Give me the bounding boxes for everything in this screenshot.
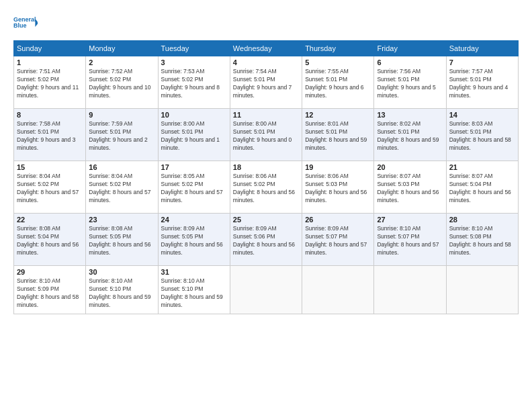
calendar-cell: 13Sunrise: 8:02 AMSunset: 5:01 PMDayligh… bbox=[374, 109, 446, 161]
day-number: 8 bbox=[17, 111, 83, 119]
day-info: Sunrise: 8:04 AMSunset: 5:02 PMDaylight:… bbox=[17, 173, 83, 205]
calendar-cell: 10Sunrise: 8:00 AMSunset: 5:01 PMDayligh… bbox=[158, 109, 230, 161]
day-number: 10 bbox=[161, 111, 227, 119]
col-header-monday: Monday bbox=[86, 41, 158, 56]
day-number: 13 bbox=[377, 111, 443, 119]
logo: General Blue bbox=[13, 11, 38, 35]
calendar-cell: 18Sunrise: 8:06 AMSunset: 5:02 PMDayligh… bbox=[230, 161, 302, 214]
day-number: 11 bbox=[233, 111, 299, 119]
calendar-table: SundayMondayTuesdayWednesdayThursdayFrid… bbox=[13, 40, 519, 314]
day-info: Sunrise: 8:09 AMSunset: 5:06 PMDaylight:… bbox=[233, 225, 299, 257]
day-info: Sunrise: 8:04 AMSunset: 5:02 PMDaylight:… bbox=[89, 173, 154, 205]
day-info: Sunrise: 8:08 AMSunset: 5:05 PMDaylight:… bbox=[89, 225, 154, 257]
col-header-sunday: Sunday bbox=[14, 41, 86, 56]
calendar-cell: 26Sunrise: 8:09 AMSunset: 5:07 PMDayligh… bbox=[302, 214, 374, 266]
day-info: Sunrise: 7:52 AMSunset: 5:02 PMDaylight:… bbox=[89, 68, 154, 100]
calendar-cell: 19Sunrise: 8:06 AMSunset: 5:03 PMDayligh… bbox=[302, 161, 374, 214]
day-info: Sunrise: 8:10 AMSunset: 5:09 PMDaylight:… bbox=[17, 277, 83, 310]
day-info: Sunrise: 8:06 AMSunset: 5:02 PMDaylight:… bbox=[233, 173, 299, 205]
day-number: 18 bbox=[233, 163, 299, 171]
day-number: 23 bbox=[89, 216, 154, 224]
day-info: Sunrise: 8:06 AMSunset: 5:03 PMDaylight:… bbox=[305, 173, 371, 205]
day-info: Sunrise: 7:59 AMSunset: 5:01 PMDaylight:… bbox=[89, 120, 154, 152]
calendar-cell: 4Sunrise: 7:54 AMSunset: 5:01 PMDaylight… bbox=[230, 56, 302, 109]
day-info: Sunrise: 7:51 AMSunset: 5:02 PMDaylight:… bbox=[17, 68, 83, 100]
day-info: Sunrise: 8:10 AMSunset: 5:10 PMDaylight:… bbox=[161, 277, 227, 310]
calendar-cell bbox=[446, 266, 518, 314]
day-number: 3 bbox=[161, 58, 227, 66]
day-number: 29 bbox=[17, 268, 83, 276]
calendar-cell: 20Sunrise: 8:07 AMSunset: 5:03 PMDayligh… bbox=[374, 161, 446, 214]
day-number: 7 bbox=[449, 58, 515, 66]
day-info: Sunrise: 8:03 AMSunset: 5:01 PMDaylight:… bbox=[449, 120, 515, 152]
day-info: Sunrise: 8:01 AMSunset: 5:01 PMDaylight:… bbox=[305, 120, 371, 152]
day-number: 16 bbox=[89, 163, 154, 171]
day-info: Sunrise: 8:00 AMSunset: 5:01 PMDaylight:… bbox=[233, 120, 299, 152]
day-info: Sunrise: 8:10 AMSunset: 5:07 PMDaylight:… bbox=[377, 225, 443, 257]
day-number: 20 bbox=[377, 163, 443, 171]
day-info: Sunrise: 7:57 AMSunset: 5:01 PMDaylight:… bbox=[449, 68, 515, 100]
calendar-cell: 24Sunrise: 8:09 AMSunset: 5:05 PMDayligh… bbox=[158, 214, 230, 266]
col-header-saturday: Saturday bbox=[446, 41, 518, 56]
day-info: Sunrise: 7:53 AMSunset: 5:02 PMDaylight:… bbox=[161, 68, 227, 100]
calendar-cell: 3Sunrise: 7:53 AMSunset: 5:02 PMDaylight… bbox=[158, 56, 230, 109]
calendar-page: General Blue SundayMondayTuesdayWednesda… bbox=[0, 0, 532, 411]
calendar-cell: 2Sunrise: 7:52 AMSunset: 5:02 PMDaylight… bbox=[86, 56, 158, 109]
day-number: 1 bbox=[17, 58, 83, 66]
day-info: Sunrise: 8:00 AMSunset: 5:01 PMDaylight:… bbox=[161, 120, 227, 152]
calendar-cell: 31Sunrise: 8:10 AMSunset: 5:10 PMDayligh… bbox=[158, 266, 230, 314]
svg-marker-2 bbox=[35, 19, 38, 27]
day-number: 24 bbox=[161, 216, 227, 224]
day-number: 4 bbox=[233, 58, 299, 66]
calendar-cell: 15Sunrise: 8:04 AMSunset: 5:02 PMDayligh… bbox=[14, 161, 86, 214]
day-info: Sunrise: 8:09 AMSunset: 5:07 PMDaylight:… bbox=[305, 225, 371, 257]
day-number: 27 bbox=[377, 216, 443, 224]
calendar-cell: 9Sunrise: 7:59 AMSunset: 5:01 PMDaylight… bbox=[86, 109, 158, 161]
calendar-cell: 30Sunrise: 8:10 AMSunset: 5:10 PMDayligh… bbox=[86, 266, 158, 314]
day-info: Sunrise: 7:56 AMSunset: 5:01 PMDaylight:… bbox=[377, 68, 443, 100]
calendar-cell: 28Sunrise: 8:10 AMSunset: 5:08 PMDayligh… bbox=[446, 214, 518, 266]
col-header-tuesday: Tuesday bbox=[158, 41, 230, 56]
day-info: Sunrise: 8:05 AMSunset: 5:02 PMDaylight:… bbox=[161, 173, 227, 205]
day-info: Sunrise: 8:09 AMSunset: 5:05 PMDaylight:… bbox=[161, 225, 227, 257]
calendar-cell bbox=[230, 266, 302, 314]
header: General Blue bbox=[13, 11, 519, 35]
day-number: 21 bbox=[449, 163, 515, 171]
day-info: Sunrise: 8:10 AMSunset: 5:10 PMDaylight:… bbox=[89, 277, 154, 310]
day-number: 9 bbox=[89, 111, 154, 119]
day-number: 25 bbox=[233, 216, 299, 224]
calendar-cell: 1Sunrise: 7:51 AMSunset: 5:02 PMDaylight… bbox=[14, 56, 86, 109]
calendar-cell: 21Sunrise: 8:07 AMSunset: 5:04 PMDayligh… bbox=[446, 161, 518, 214]
day-info: Sunrise: 8:07 AMSunset: 5:04 PMDaylight:… bbox=[449, 173, 515, 205]
day-number: 6 bbox=[377, 58, 443, 66]
day-number: 30 bbox=[89, 268, 154, 276]
calendar-header-row: SundayMondayTuesdayWednesdayThursdayFrid… bbox=[14, 41, 519, 56]
day-number: 5 bbox=[305, 58, 371, 66]
day-info: Sunrise: 7:54 AMSunset: 5:01 PMDaylight:… bbox=[233, 68, 299, 100]
svg-text:Blue: Blue bbox=[13, 22, 27, 29]
calendar-cell: 22Sunrise: 8:08 AMSunset: 5:04 PMDayligh… bbox=[14, 214, 86, 266]
day-info: Sunrise: 8:08 AMSunset: 5:04 PMDaylight:… bbox=[17, 225, 83, 257]
day-number: 17 bbox=[161, 163, 227, 171]
calendar-cell: 14Sunrise: 8:03 AMSunset: 5:01 PMDayligh… bbox=[446, 109, 518, 161]
svg-text:General: General bbox=[13, 16, 36, 23]
day-number: 14 bbox=[449, 111, 515, 119]
calendar-cell: 5Sunrise: 7:55 AMSunset: 5:01 PMDaylight… bbox=[302, 56, 374, 109]
day-number: 31 bbox=[161, 268, 227, 276]
day-info: Sunrise: 8:02 AMSunset: 5:01 PMDaylight:… bbox=[377, 120, 443, 152]
calendar-cell: 17Sunrise: 8:05 AMSunset: 5:02 PMDayligh… bbox=[158, 161, 230, 214]
calendar-cell bbox=[374, 266, 446, 314]
calendar-cell: 6Sunrise: 7:56 AMSunset: 5:01 PMDaylight… bbox=[374, 56, 446, 109]
day-number: 19 bbox=[305, 163, 371, 171]
day-info: Sunrise: 7:58 AMSunset: 5:01 PMDaylight:… bbox=[17, 120, 83, 152]
calendar-cell: 23Sunrise: 8:08 AMSunset: 5:05 PMDayligh… bbox=[86, 214, 158, 266]
calendar-cell: 27Sunrise: 8:10 AMSunset: 5:07 PMDayligh… bbox=[374, 214, 446, 266]
calendar-cell: 11Sunrise: 8:00 AMSunset: 5:01 PMDayligh… bbox=[230, 109, 302, 161]
day-info: Sunrise: 8:10 AMSunset: 5:08 PMDaylight:… bbox=[449, 225, 515, 257]
logo-svg: General Blue bbox=[13, 11, 38, 35]
calendar-cell: 8Sunrise: 7:58 AMSunset: 5:01 PMDaylight… bbox=[14, 109, 86, 161]
day-number: 22 bbox=[17, 216, 83, 224]
calendar-cell: 12Sunrise: 8:01 AMSunset: 5:01 PMDayligh… bbox=[302, 109, 374, 161]
col-header-friday: Friday bbox=[374, 41, 446, 56]
day-number: 26 bbox=[305, 216, 371, 224]
